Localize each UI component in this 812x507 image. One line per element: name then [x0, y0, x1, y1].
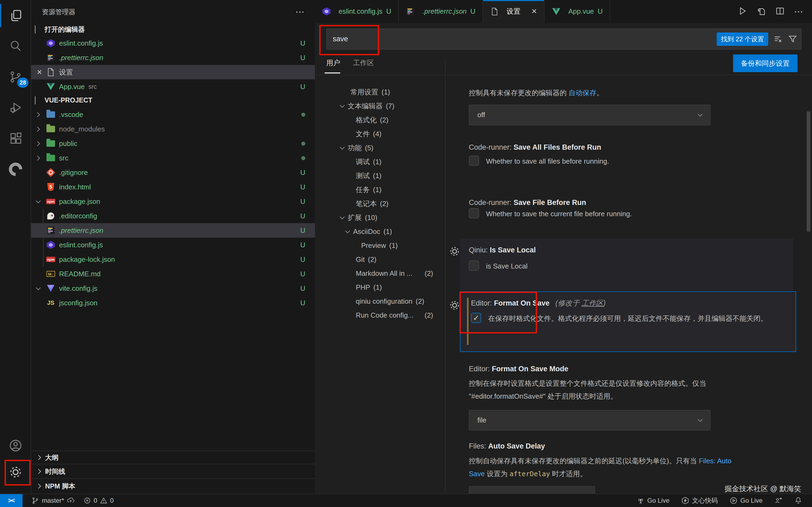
setting-title: Code-runner: Save All Files Before Run: [469, 143, 601, 152]
autosave-dropdown[interactable]: off: [469, 105, 711, 125]
tree-item-gitignore[interactable]: .gitignore U: [31, 165, 315, 180]
tree-item-src[interactable]: src: [31, 151, 315, 165]
feedback-icon[interactable]: [774, 497, 782, 505]
auto-save-delay-input[interactable]: 1000: [469, 486, 595, 494]
setting-title: Qiniu: Is Save Local: [469, 246, 536, 254]
open-editor-item[interactable]: App.vue src U: [31, 79, 315, 94]
vite-icon: [46, 284, 55, 293]
toc-item[interactable]: 功能(5): [315, 141, 445, 155]
split-editor-icon[interactable]: [775, 6, 785, 17]
format-on-save-mode-dropdown[interactable]: file: [469, 410, 711, 431]
tab-eslint-config[interactable]: eslint.config.js U: [315, 0, 399, 23]
tree-item-vscode[interactable]: .vscode: [31, 107, 315, 122]
source-control-icon[interactable]: 28: [0, 64, 31, 90]
settings-search-input[interactable]: save 找到 22 个设置: [326, 29, 802, 50]
notifications-bell-icon[interactable]: [794, 497, 802, 505]
toc-item[interactable]: Markdown All in ...(2): [315, 266, 445, 280]
tree-item-package-json[interactable]: npm package.json U: [31, 194, 315, 209]
scrollbar[interactable]: [807, 111, 810, 231]
extension-c-logo-icon[interactable]: [0, 156, 31, 182]
remote-indicator[interactable]: ><: [0, 494, 22, 507]
explorer-icon[interactable]: [0, 3, 31, 29]
tab-settings[interactable]: 设置 ✕: [483, 0, 545, 23]
problems-item[interactable]: 0 0: [84, 497, 114, 504]
backup-sync-settings-button[interactable]: 备份和同步设置: [733, 54, 798, 72]
tree-item-prettierrc[interactable]: .prettierrc.json U: [31, 223, 315, 238]
account-icon[interactable]: [0, 433, 31, 458]
autosave-link[interactable]: 自动保存: [568, 89, 596, 97]
toc-item[interactable]: Preview(1): [315, 238, 445, 252]
checkbox-unchecked[interactable]: [469, 208, 479, 218]
project-root-header[interactable]: VUE-PROJECT: [31, 93, 315, 107]
search-icon[interactable]: [0, 33, 31, 58]
vue-icon: [46, 82, 55, 91]
files-autosave-link[interactable]: Files: Auto: [699, 457, 731, 465]
git-modified-dot: [301, 113, 305, 117]
toc-item[interactable]: 任务(1): [315, 183, 445, 196]
setting-gear-icon[interactable]: [449, 299, 460, 311]
toc-item[interactable]: 文本编辑器(7): [315, 99, 445, 113]
clear-search-icon[interactable]: [774, 35, 783, 44]
panel-npm-scripts[interactable]: NPM 脚本: [31, 478, 315, 494]
open-editor-item[interactable]: .prettierrc.json U: [31, 50, 315, 65]
tree-item-public[interactable]: public: [31, 136, 315, 151]
setting-gear-icon[interactable]: [449, 245, 460, 257]
toc-item[interactable]: AsciiDoc(1): [315, 225, 445, 238]
more-actions-icon[interactable]: ⋯: [794, 6, 804, 17]
git-branch-item[interactable]: master*: [32, 497, 74, 504]
setting-row-qiniu[interactable]: Qiniu: Is Save Local is Save Local: [460, 238, 793, 290]
modified-in-workspace-link[interactable]: 工作区: [581, 299, 603, 307]
wenxin-kuaima-item[interactable]: 文心快码: [681, 496, 718, 505]
open-changes-icon[interactable]: [756, 6, 766, 17]
run-code-icon[interactable]: [738, 6, 747, 17]
sidebar-more-actions-icon[interactable]: ⋯: [295, 6, 305, 17]
toc-item[interactable]: 文件(4): [315, 127, 445, 141]
panel-outline[interactable]: 大纲: [31, 451, 315, 464]
tab-prettierrc[interactable]: .prettierrc.json U: [399, 0, 483, 23]
tab-scope-workspace[interactable]: 工作区: [353, 58, 374, 73]
tree-item-vite-config[interactable]: vite.config.js U: [31, 281, 315, 296]
run-debug-icon[interactable]: [0, 95, 31, 120]
tree-item-index-html[interactable]: 5 index.html U: [31, 180, 315, 194]
go-live-broadcast-item[interactable]: Go Live: [637, 497, 670, 505]
open-editor-item[interactable]: eslint.config.js U: [31, 36, 315, 50]
tree-item-readme[interactable]: M↓ README.md U: [31, 267, 315, 281]
activity-bar: 28: [0, 0, 31, 494]
editorconfig-icon: [46, 211, 55, 221]
checkbox-unchecked[interactable]: [469, 261, 479, 271]
checkbox-unchecked[interactable]: [469, 156, 479, 166]
tree-item-editorconfig[interactable]: .editorconfig U: [31, 209, 315, 223]
tree-item-package-lock[interactable]: npm package-lock.json U: [31, 252, 315, 267]
toc-item[interactable]: 扩展(10): [315, 211, 445, 225]
error-icon: [84, 497, 91, 504]
toc-item[interactable]: 常用设置(1): [315, 85, 445, 99]
panel-timeline[interactable]: 时间线: [31, 464, 315, 478]
go-live-item[interactable]: Go Live: [729, 497, 763, 505]
toc-item[interactable]: Git(2): [315, 252, 445, 266]
prettier-icon: [406, 7, 415, 16]
tree-item-node-modules[interactable]: node_modules: [31, 122, 315, 136]
toc-item[interactable]: 测试(1): [315, 169, 445, 183]
tree-item-jsconfig[interactable]: JS jsconfig.json U: [31, 296, 315, 310]
toc-item[interactable]: qiniu configuration(2): [315, 294, 445, 308]
settings-file-icon: [490, 7, 499, 16]
close-icon[interactable]: ✕: [531, 7, 537, 15]
toc-item[interactable]: 调试(1): [315, 155, 445, 169]
filter-icon[interactable]: [788, 35, 797, 44]
open-editor-item-active[interactable]: ✕ 设置: [31, 65, 315, 79]
warning-icon: [100, 497, 107, 504]
toc-item[interactable]: Run Code config...(2): [315, 308, 445, 322]
tree-item-eslint-config[interactable]: eslint.config.js U: [31, 238, 315, 252]
toc-item[interactable]: PHP(1): [315, 280, 445, 294]
close-icon[interactable]: ✕: [37, 68, 42, 76]
files-autosave-link[interactable]: Save: [469, 470, 485, 478]
tab-bar: eslint.config.js U .prettierrc.json U 设置…: [315, 0, 812, 23]
toc-item[interactable]: 笔记本(2): [315, 196, 445, 211]
annotation-rect-format-on-save: [459, 292, 537, 333]
extensions-icon[interactable]: [0, 126, 31, 152]
tab-scope-user[interactable]: 用户: [326, 58, 340, 73]
toc-item[interactable]: 格式化(2): [315, 113, 445, 127]
open-editors-header[interactable]: 打开的编辑器: [31, 22, 315, 36]
tab-app-vue[interactable]: App.vue U: [545, 0, 610, 23]
sync-cloud-icon[interactable]: [67, 497, 74, 504]
